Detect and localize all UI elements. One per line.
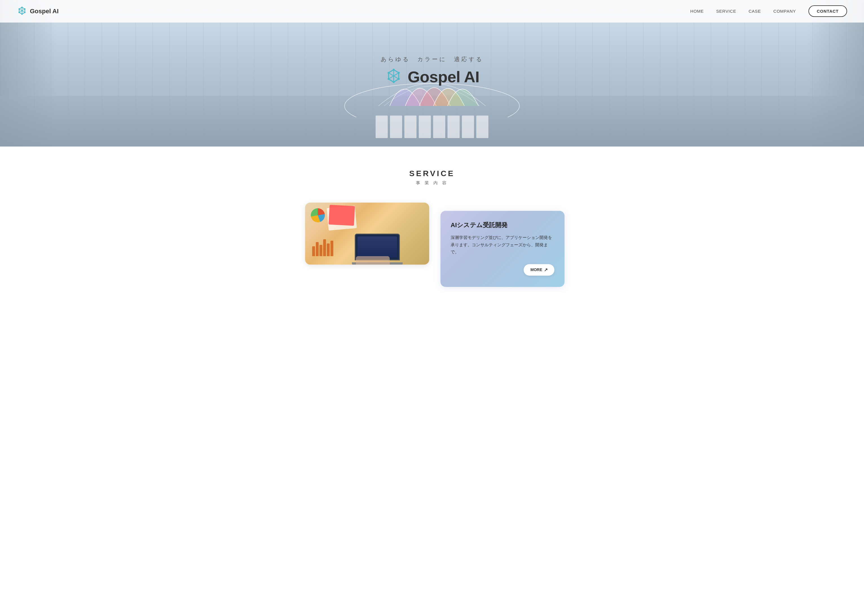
svg-point-18 [393,81,394,83]
crosswalk-stripe [476,116,489,138]
svg-point-19 [388,78,389,80]
nav-item-case[interactable]: CASE [749,9,761,14]
bar1 [312,246,315,256]
nav-item-contact[interactable]: CONTACT [809,9,847,14]
hero-brand-text: Gospel AI [408,68,479,86]
service-card: AIシステム受託開発 深層学習モデリング並びに、アプリケーション開発を承ります。… [305,203,559,265]
logo-text: Gospel AI [30,8,59,15]
nav-link-case[interactable]: CASE [749,9,761,14]
nav-item-service[interactable]: SERVICE [716,9,736,14]
more-arrow-icon: ↗ [544,267,548,272]
bar4 [323,239,326,256]
svg-point-5 [24,8,26,10]
crosswalk-stripe [448,116,460,138]
bar2 [316,242,318,256]
hands-hint [356,256,390,265]
crosswalk-stripe [462,116,474,138]
hero-content: あらゆる カラーに 適応する Gospel AI [381,55,483,86]
svg-point-8 [19,12,20,13]
crosswalk-stripe [390,116,402,138]
service-section: SERVICE 事 業 内 容 [0,146,864,293]
service-card-title: AIシステム受託開発 [451,221,554,229]
hero-brand: Gospel AI [381,68,483,86]
nav-item-home[interactable]: HOME [690,9,704,14]
svg-point-15 [393,69,394,71]
service-card-image [305,203,429,265]
svg-point-20 [388,72,389,74]
logo[interactable]: Gospel AI [17,6,59,16]
crosswalk-stripe [375,116,388,138]
svg-point-16 [397,72,400,74]
svg-point-9 [19,8,20,10]
service-card-container: AIシステム受託開発 深層学習モデリング並びに、アプリケーション開発を承ります。… [305,203,559,265]
main-nav: Gospel AI HOME SERVICE CASE COMPANY CONT… [0,0,864,22]
nav-link-company[interactable]: COMPANY [774,9,796,14]
service-card-desc: 深層学習モデリング並びに、アプリケーション開発を承ります。コンサルティングフェー… [451,234,554,256]
service-card-image-inner [305,203,429,265]
bar6 [331,240,333,256]
pie-chart-icon [311,208,325,222]
svg-point-7 [21,14,23,15]
service-title: SERVICE [0,169,864,178]
nav-link-service[interactable]: SERVICE [716,9,736,14]
nav-links: HOME SERVICE CASE COMPANY CONTACT [690,9,847,14]
svg-point-17 [397,78,400,80]
crosswalk-stripe [433,116,445,138]
crosswalk [375,116,489,138]
nav-item-company[interactable]: COMPANY [774,9,796,14]
service-more-button[interactable]: MORE ↗ [523,264,554,276]
svg-point-6 [24,12,26,13]
logo-icon [17,6,27,16]
more-label: MORE [530,267,542,272]
hero-tagline: あらゆる カラーに 適応する [381,55,483,63]
hero-brand-icon [385,68,403,86]
laptop-screen-content [358,236,397,258]
crosswalk-stripe [419,116,431,138]
bar5 [327,244,330,256]
nav-link-contact[interactable]: CONTACT [809,5,847,17]
crosswalk-stripe [404,116,416,138]
nav-link-home[interactable]: HOME [690,9,704,14]
svg-point-4 [21,7,23,8]
bar3 [320,245,322,256]
red-notebook [328,205,355,226]
service-card-info: AIシステム受託開発 深層学習モデリング並びに、アプリケーション開発を承ります。… [440,211,564,287]
service-subtitle: 事 業 内 容 [0,180,864,186]
